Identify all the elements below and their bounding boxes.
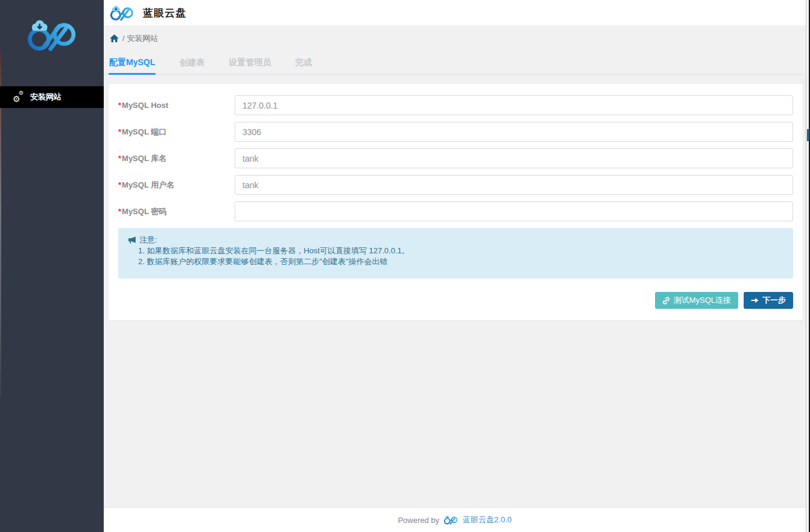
field-label: *MySQL 密码 [118,201,235,221]
link-icon [662,297,670,305]
field-label: *MySQL 库名 [118,148,235,168]
field-label: *MySQL Host [118,95,235,115]
test-mysql-connection-button[interactable]: 测试MySQL连接 [655,292,738,309]
gear-small-glyph: ⚙ [19,90,24,96]
bullhorn-icon [128,236,136,244]
app-logo-icon [24,18,80,52]
field-input[interactable] [235,122,793,142]
breadcrumb-text: / 安装网站 [122,33,158,44]
form-row: *MySQL Host [118,95,793,115]
notice-item: 2. 数据库账户的权限要求要能够创建表，否则第二步"创建表"操作会出错 [138,256,783,267]
form-row: *MySQL 库名 [118,148,793,168]
powered-by-text: Powered by [398,516,440,525]
install-steps-tabs: 配置MySQL 创建表 设置管理员 完成 [104,51,803,75]
notice-title-row: 注意: [128,235,783,245]
notice-box: 注意: 1. 如果数据库和蓝眼云盘安装在同一台服务器，Host可以直接填写 12… [118,228,793,279]
gears-icon: ⚙ ⚙ [13,92,25,103]
sidebar-item-label: 安装网站 [30,92,62,103]
header-logo-icon [108,5,136,21]
notice-list: 1. 如果数据库和蓝眼云盘安装在同一台服务器，Host可以直接填写 127.0.… [128,245,783,267]
form-row: *MySQL 密码 [118,201,793,221]
tab-label: 完成 [295,57,312,67]
notice-item: 1. 如果数据库和蓝眼云盘安装在同一台服务器，Host可以直接填写 127.0.… [138,245,783,256]
tab-label: 设置管理员 [229,57,271,67]
content-area: 蓝眼云盘 / 安装网站 配置MySQL 创建表 设置 [104,0,806,532]
field-label-text: MySQL 用户名 [122,180,174,189]
field-label-text: MySQL 密码 [122,207,166,216]
tab-step[interactable]: 完成 [295,57,312,74]
scrollbar-thumb[interactable] [807,129,809,141]
sidebar: ⚙ ⚙ 安装网站 [0,0,104,532]
field-input[interactable] [235,201,793,221]
field-label-text: MySQL 库名 [122,154,166,163]
actions-row: 测试MySQL连接 下一步 [118,292,793,309]
required-marker: * [118,207,121,216]
field-label: *MySQL 用户名 [118,175,235,195]
required-marker: * [118,101,121,110]
tab-step[interactable]: 设置管理员 [229,57,271,74]
gear-big-glyph: ⚙ [13,95,21,103]
scrollbar[interactable] [806,0,810,532]
tab-label: 创建表 [179,57,204,67]
field-input[interactable] [235,95,793,115]
test-button-label: 测试MySQL连接 [674,295,731,306]
field-label: *MySQL 端口 [118,122,235,142]
home-icon[interactable] [110,34,119,42]
app-title: 蓝眼云盘 [143,6,186,20]
form-row: *MySQL 用户名 [118,175,793,195]
required-marker: * [118,154,121,163]
top-header: 蓝眼云盘 [104,0,806,25]
tab-step[interactable]: 配置MySQL [109,57,155,74]
field-label-text: MySQL 端口 [122,127,166,136]
next-step-button[interactable]: 下一步 [744,292,793,309]
next-button-label: 下一步 [762,295,786,306]
required-marker: * [118,180,121,189]
tab-step[interactable]: 创建表 [179,57,204,74]
arrow-right-icon [751,297,759,304]
field-label-text: MySQL Host [122,101,168,110]
main-panel: / 安装网站 配置MySQL 创建表 设置管理员 完成 [104,25,806,507]
version-link[interactable]: 蓝眼云盘2.0.0 [463,515,511,525]
form-row: *MySQL 端口 [118,122,793,142]
field-input[interactable] [235,148,793,168]
field-input[interactable] [235,175,793,195]
footer: Powered by 蓝眼云盘2.0.0 [104,507,806,532]
mysql-config-card: *MySQL Host *MySQL 端口 *MySQL 库名 [109,84,803,320]
footer-logo-icon [443,515,459,525]
sidebar-item-install-site[interactable]: ⚙ ⚙ 安装网站 [0,86,104,108]
mysql-form: *MySQL Host *MySQL 端口 *MySQL 库名 [118,95,793,221]
tab-label: 配置MySQL [109,57,155,67]
notice-title: 注意: [139,235,157,245]
breadcrumb: / 安装网站 [104,25,806,51]
required-marker: * [118,127,121,136]
page: { "app": { "header_title": "蓝眼云盘", "foot… [0,0,810,532]
